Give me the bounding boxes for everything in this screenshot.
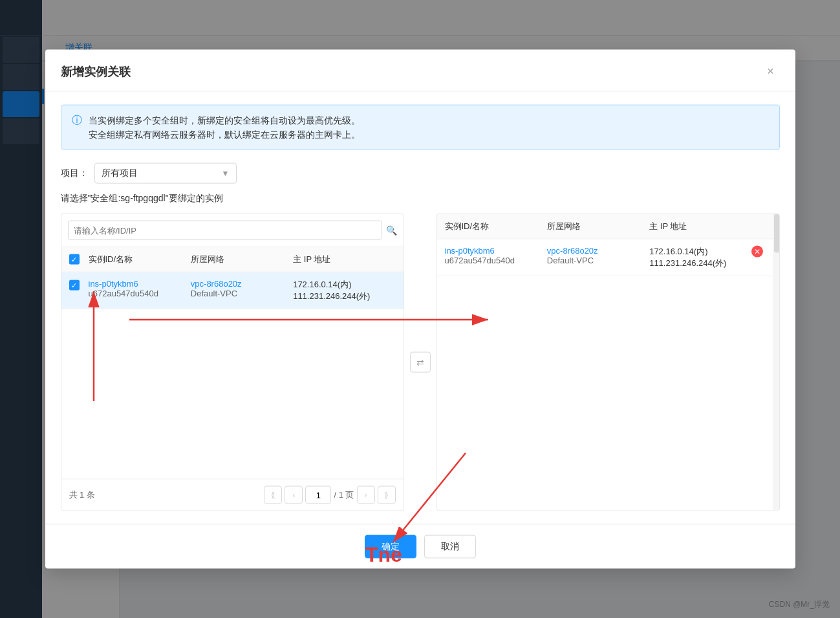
chevron-down-icon: ▼: [222, 169, 230, 178]
right-row-id-col: ins-p0tykbm6 u672au547du540d: [445, 246, 547, 265]
project-label: 项目：: [61, 168, 88, 179]
vpc-link[interactable]: vpc-8r68o20z: [191, 279, 293, 289]
notice-line2: 安全组绑定私有网络云服务器时，默认绑定在云服务器的主网卡上。: [89, 127, 360, 142]
notice-line1: 当实例绑定多个安全组时，新绑定的安全组将自动设为最高优先级。: [89, 113, 360, 127]
modal-add-instance: 新增实例关联 × ⓘ 当实例绑定多个安全组时，新绑定的安全组将自动设为最高优先级…: [45, 49, 795, 569]
right-row-network-col: vpc-8r68o20z Default-VPC: [547, 246, 649, 265]
project-select[interactable]: 所有项目 ▼: [94, 163, 237, 184]
transfer-container: 🔍 ✓ 实例ID/名称 所屋网络 主 IP 地址: [61, 214, 780, 511]
search-bar: 🔍: [61, 214, 404, 247]
row-network-col: vpc-8r68o20z Default-VPC: [191, 279, 293, 298]
table-row[interactable]: ✓ ins-p0tykbm6 u672au547du540d vpc-8r68o…: [61, 272, 404, 309]
checkmark-icon: ✓: [71, 281, 77, 289]
confirm-button[interactable]: 确定: [365, 535, 416, 558]
right-col-network-header: 所屋网络: [547, 221, 649, 232]
left-table-body: ✓ ins-p0tykbm6 u672au547du540d vpc-8r68o…: [61, 272, 404, 479]
page-total-label: / 1 页: [334, 489, 354, 501]
select-hint: 请选择"安全组:sg-ftpgqgdl"要绑定的实例: [61, 193, 780, 204]
prev-page-button[interactable]: ‹: [285, 486, 303, 504]
modal-header: 新增实例关联 ×: [45, 49, 795, 91]
right-ip-inner: 172.16.0.14(内): [649, 246, 751, 258]
close-button[interactable]: ×: [762, 62, 780, 80]
pagination: 共 1 条 ⟪ ‹ / 1 页 › ⟫: [61, 479, 404, 511]
instance-id-link[interactable]: ins-p0tykbm6: [89, 279, 191, 289]
right-col-id-header: 实例ID/名称: [445, 221, 547, 232]
right-vpc-name: Default-VPC: [547, 256, 649, 265]
right-vpc-link[interactable]: vpc-8r68o20z: [547, 246, 649, 256]
right-instance-name: u672au547du540d: [445, 256, 547, 265]
instance-name: u672au547du540d: [89, 289, 191, 298]
right-table-header: 实例ID/名称 所屋网络 主 IP 地址: [437, 214, 779, 239]
first-page-button[interactable]: ⟪: [264, 486, 282, 504]
row-checkbox[interactable]: ✓: [69, 280, 80, 291]
modal-footer: 确定 取消: [45, 524, 795, 569]
row-checkbox-col: ✓: [69, 279, 89, 291]
scrollbar-area: [773, 214, 779, 511]
col-id-header: 实例ID/名称: [89, 254, 191, 265]
ip-inner: 172.16.0.14(内): [293, 279, 395, 291]
info-text: 当实例绑定多个安全组时，新绑定的安全组将自动设为最高优先级。 安全组绑定私有网络…: [89, 113, 360, 142]
checkmark-icon: ✓: [71, 256, 77, 263]
project-select-value: 所有项目: [102, 168, 138, 179]
checkbox-header-col: ✓: [69, 254, 89, 265]
col-network-header: 所屋网络: [191, 254, 293, 265]
cancel-button[interactable]: 取消: [424, 535, 476, 558]
col-ip-header: 主 IP 地址: [293, 254, 395, 265]
search-input[interactable]: [68, 221, 382, 240]
left-table-header: ✓ 实例ID/名称 所屋网络 主 IP 地址: [61, 247, 404, 272]
pagination-controls: ⟪ ‹ / 1 页 › ⟫: [264, 486, 395, 504]
scrollbar-thumb: [774, 214, 779, 253]
transfer-left-panel: 🔍 ✓ 实例ID/名称 所屋网络 主 IP 地址: [61, 214, 404, 511]
transfer-controls: ⇄: [404, 214, 436, 511]
modal-title: 新增实例关联: [61, 63, 131, 79]
search-icon[interactable]: 🔍: [386, 225, 397, 236]
right-table-row: ins-p0tykbm6 u672au547du540d vpc-8r68o20…: [437, 239, 779, 276]
remove-item-button[interactable]: ✕: [751, 246, 763, 258]
vpc-name: Default-VPC: [191, 289, 293, 298]
transfer-right-panel: 实例ID/名称 所屋网络 主 IP 地址 ins-p0tykbm6 u672au…: [436, 214, 780, 511]
right-instance-id-link[interactable]: ins-p0tykbm6: [445, 246, 547, 256]
right-row-ip-col: 172.16.0.14(内) 111.231.246.244(外): [649, 246, 751, 269]
modal-body: ⓘ 当实例绑定多个安全组时，新绑定的安全组将自动设为最高优先级。 安全组绑定私有…: [45, 91, 795, 524]
row-ip-col: 172.16.0.14(内) 111.231.246.244(外): [293, 279, 395, 302]
select-all-checkbox[interactable]: ✓: [69, 254, 80, 265]
total-count: 共 1 条: [69, 489, 95, 501]
project-row: 项目： 所有项目 ▼: [61, 163, 780, 184]
right-col-ip-header: 主 IP 地址: [649, 221, 751, 232]
right-table-body: ins-p0tykbm6 u672au547du540d vpc-8r68o20…: [437, 239, 779, 511]
row-id-col: ins-p0tykbm6 u672au547du540d: [89, 279, 191, 298]
ip-outer: 111.231.246.244(外): [293, 291, 395, 302]
right-ip-outer: 111.231.246.244(外): [649, 258, 751, 269]
page-number-input[interactable]: [305, 486, 331, 504]
right-row-action-col: ✕: [751, 246, 771, 258]
last-page-button[interactable]: ⟫: [378, 486, 396, 504]
next-page-button[interactable]: ›: [357, 486, 375, 504]
info-icon: ⓘ: [72, 113, 82, 127]
info-notice: ⓘ 当实例绑定多个安全组时，新绑定的安全组将自动设为最高优先级。 安全组绑定私有…: [61, 104, 780, 150]
transfer-right-arrow[interactable]: ⇄: [410, 352, 431, 373]
